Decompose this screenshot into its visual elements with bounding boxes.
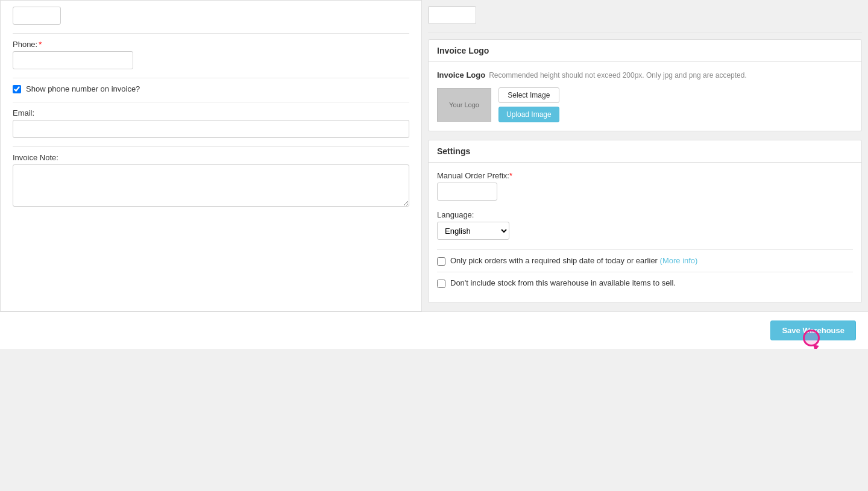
dont-include-stock-checkbox[interactable] — [437, 280, 445, 288]
manual-order-prefix-field: Manual Order Prefix:* MO — [437, 171, 853, 201]
invoice-logo-section: Invoice Logo Invoice Logo Recommended he… — [428, 39, 862, 131]
show-phone-checkbox[interactable] — [13, 85, 21, 93]
cursor-circle — [803, 330, 820, 346]
zip-input[interactable]: 90064 — [13, 7, 61, 25]
settings-section: Settings Manual Order Prefix:* MO Langua… — [428, 140, 862, 303]
left-panel: 90064 Phone:* 999.999.9999 Show phone nu… — [0, 0, 422, 311]
language-select[interactable]: English Spanish French German — [437, 222, 509, 240]
dont-include-stock-checkbox-row: Don't include stock from this warehouse … — [437, 272, 853, 294]
upload-image-button[interactable]: Upload Image — [498, 107, 559, 122]
pick-orders-checkbox[interactable] — [437, 257, 445, 266]
cursor-arrow — [812, 345, 819, 349]
logo-title-row: Invoice Logo Recommended height should n… — [437, 70, 853, 122]
logo-actions: Select Image Upload Image — [498, 87, 559, 122]
cursor-indicator — [803, 330, 820, 346]
logo-preview: Your Logo — [437, 88, 491, 122]
show-phone-checkbox-row: Show phone number on invoice? — [13, 84, 409, 93]
invoice-note-field-group: Invoice Note: — [13, 153, 409, 208]
show-phone-label: Show phone number on invoice? — [26, 84, 140, 93]
phone-input[interactable]: 999.999.9999 — [13, 51, 133, 69]
footer-bar: Save Warehouse — [0, 311, 868, 349]
language-label: Language: — [437, 210, 853, 219]
invoice-logo-title: Invoice Logo — [437, 70, 485, 80]
pick-orders-checkbox-row: Only pick orders with a required ship da… — [437, 249, 853, 272]
zip-field-group: 90064 — [13, 7, 409, 25]
invoice-note-textarea[interactable] — [13, 164, 409, 207]
more-info-link[interactable]: (More info) — [660, 256, 698, 265]
language-field: Language: English Spanish French German — [437, 210, 853, 240]
email-field-group: Email: customerservice@remiandreid.com — [13, 108, 409, 138]
right-panel: 90064 Invoice Logo Invoice Logo Recommen… — [422, 0, 868, 311]
invoice-note-label: Invoice Note: — [13, 153, 409, 162]
settings-section-body: Manual Order Prefix:* MO Language: Engli… — [429, 163, 861, 302]
dont-include-stock-text: Don't include stock from this warehouse … — [450, 278, 676, 287]
email-input[interactable]: customerservice@remiandreid.com — [13, 120, 409, 138]
phone-label: Phone:* — [13, 40, 409, 49]
invoice-logo-hint: Recommended height should not exceed 200… — [489, 71, 747, 80]
email-label: Email: — [13, 108, 409, 117]
phone-field-group: Phone:* 999.999.9999 — [13, 40, 409, 69]
invoice-logo-section-body: Invoice Logo Recommended height should n… — [429, 62, 861, 131]
pick-orders-text: Only pick orders with a required ship da… — [450, 256, 697, 265]
invoice-logo-row: Invoice Logo Recommended height should n… — [437, 70, 853, 122]
manual-order-prefix-input[interactable]: MO — [437, 183, 497, 201]
right-zip-input[interactable]: 90064 — [428, 6, 476, 24]
right-zip-row: 90064 — [428, 6, 862, 24]
settings-section-header: Settings — [429, 140, 861, 163]
select-image-button[interactable]: Select Image — [498, 87, 559, 103]
manual-order-prefix-label: Manual Order Prefix:* — [437, 171, 853, 180]
invoice-logo-section-header: Invoice Logo — [429, 40, 861, 62]
